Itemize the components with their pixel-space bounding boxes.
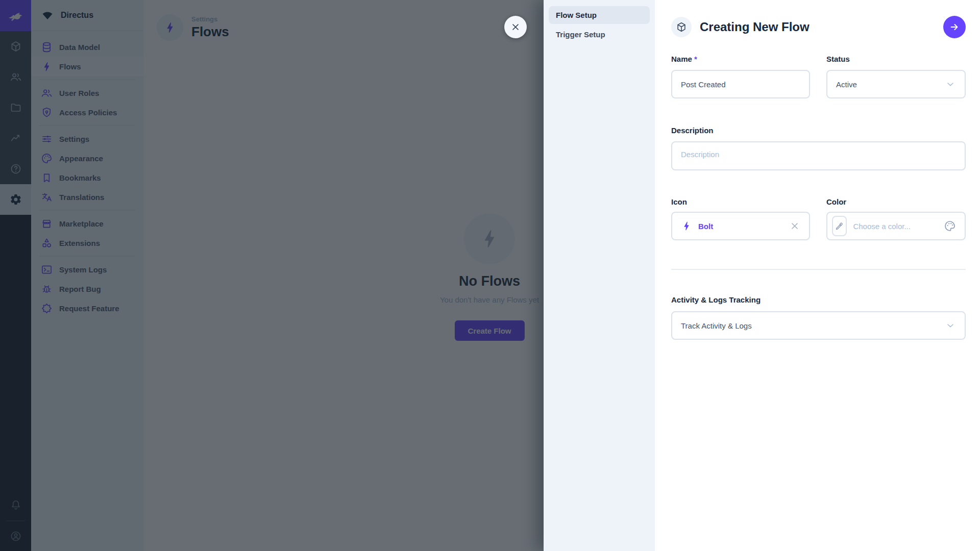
description-label: Description <box>671 126 714 135</box>
color-input[interactable] <box>853 222 938 231</box>
tab-flow-setup[interactable]: Flow Setup <box>549 6 650 24</box>
name-input[interactable] <box>681 80 800 89</box>
chevron-down-icon <box>945 320 956 331</box>
drawer-next-button[interactable] <box>943 16 966 38</box>
status-select[interactable]: Active <box>826 70 966 98</box>
palette-icon[interactable] <box>944 220 956 232</box>
drawer-title: Creating New Flow <box>700 20 810 34</box>
color-label: Color <box>826 197 846 206</box>
drawer-form: Creating New Flow Name * Status Active D… <box>655 0 980 551</box>
close-icon <box>510 21 521 33</box>
required-mark: * <box>694 55 697 63</box>
drawer-tab-panel: Flow Setup Trigger Setup <box>544 0 655 551</box>
directus-app: Directus Data Model Flows User Roles Acc… <box>0 0 980 551</box>
drawer-close-button[interactable] <box>504 16 527 38</box>
name-label: Name * <box>671 55 697 63</box>
arrow-right-icon <box>949 21 960 33</box>
description-textarea[interactable] <box>671 141 966 170</box>
chevron-down-icon <box>945 79 956 90</box>
drawer-overlay[interactable] <box>0 0 544 551</box>
tab-trigger-setup[interactable]: Trigger Setup <box>549 26 650 43</box>
section-divider <box>671 269 966 270</box>
clear-icon-button[interactable] <box>789 220 800 232</box>
icon-value: Bolt <box>698 222 783 231</box>
color-field[interactable] <box>826 212 966 240</box>
icon-select[interactable]: Bolt <box>671 212 810 240</box>
eyedropper-icon <box>835 221 845 231</box>
box-icon <box>676 21 687 33</box>
status-value: Active <box>836 80 939 89</box>
bolt-icon <box>681 220 692 232</box>
drawer-title-icon-circle <box>671 17 692 37</box>
status-label: Status <box>826 55 850 63</box>
icon-label: Icon <box>671 197 687 206</box>
tracking-select[interactable]: Track Activity & Logs <box>671 311 966 340</box>
create-flow-drawer: Flow Setup Trigger Setup Creating New Fl… <box>544 0 980 551</box>
name-field-wrap <box>671 70 810 98</box>
color-swatch-button[interactable] <box>832 216 847 236</box>
drawer-header: Creating New Flow <box>671 16 966 38</box>
tracking-value: Track Activity & Logs <box>681 321 939 330</box>
tracking-label: Activity & Logs Tracking <box>671 295 761 304</box>
